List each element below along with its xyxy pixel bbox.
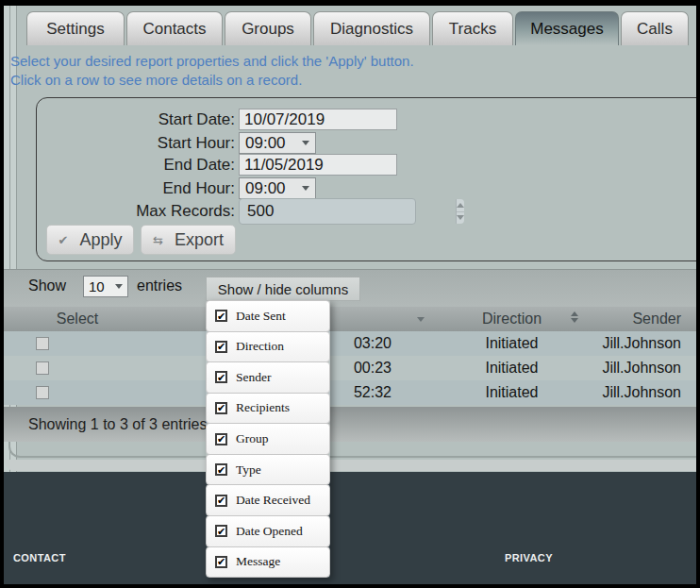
menu-item-label: Date Sent <box>236 309 286 324</box>
cell-direction: Initiated <box>434 356 590 380</box>
start-hour-label: Start Hour: <box>56 134 235 153</box>
export-button[interactable]: ⇆ Export <box>141 225 236 255</box>
cell-sender: Jill.Johnson <box>590 331 696 356</box>
checkbox-checked-icon[interactable]: ✔ <box>215 495 227 507</box>
columns-menu-item-direction[interactable]: ✔ Direction <box>206 331 330 363</box>
end-date-label: End Date: <box>56 156 235 175</box>
site-footer: CONTACT PRIVACY <box>4 472 696 584</box>
menu-item-label: Type <box>236 462 261 478</box>
header-direction[interactable]: Direction <box>434 307 590 331</box>
tab-groups[interactable]: Groups <box>225 11 311 45</box>
columns-menu-item-date-sent[interactable]: ✔ Date Sent <box>206 300 330 332</box>
app-window: Settings Contacts Groups Diagnostics Tra… <box>0 0 700 588</box>
instructions-line2: Click on a row to see more details on a … <box>10 71 414 90</box>
table-row[interactable]: 52:32 Initiated Jill.Johnson <box>4 380 696 405</box>
row-checkbox[interactable] <box>36 386 49 399</box>
chevron-down-icon <box>115 284 123 289</box>
footer-link-privacy[interactable]: PRIVACY <box>505 552 553 563</box>
table-header: Select Direction Sender <box>4 307 696 331</box>
page-size-select[interactable]: 10 <box>83 276 128 297</box>
row-checkbox[interactable] <box>36 337 49 350</box>
header-sender[interactable]: Sender <box>590 307 696 331</box>
checkbox-checked-icon[interactable]: ✔ <box>215 433 227 445</box>
checkbox-checked-icon[interactable]: ✔ <box>215 525 227 537</box>
checkbox-checked-icon[interactable]: ✔ <box>215 556 227 568</box>
arrow-down-icon <box>457 215 464 220</box>
apply-button-label: Apply <box>79 230 122 250</box>
show-hide-columns-button[interactable]: Show / hide columns <box>206 277 360 301</box>
cell-direction: Initiated <box>434 380 590 405</box>
columns-menu-item-date-opened[interactable]: ✔ Date Opened <box>206 515 330 547</box>
start-date-label: Start Date: <box>56 110 235 129</box>
export-arrows-icon: ⇆ <box>153 233 163 247</box>
row-checkbox[interactable] <box>36 361 49 375</box>
spinner-down-button[interactable] <box>457 212 464 225</box>
instructions-line1: Select your desired report properties an… <box>10 52 414 71</box>
cell-direction: Initiated <box>434 331 590 356</box>
end-hour-select[interactable]: 09:00 <box>239 177 316 199</box>
tab-tracks[interactable]: Tracks <box>432 11 513 45</box>
check-icon: ✔ <box>58 233 69 247</box>
spinner-buttons <box>456 199 464 224</box>
start-hour-value: 09:00 <box>245 134 286 153</box>
menu-item-label: Date Opened <box>236 524 303 539</box>
tab-messages[interactable]: Messages <box>515 11 619 45</box>
menu-item-label: Direction <box>236 339 284 354</box>
columns-menu-item-group[interactable]: ✔ Group <box>206 423 330 455</box>
show-label: Show <box>28 277 66 294</box>
instructions: Select your desired report properties an… <box>10 52 414 90</box>
end-hour-label: End Hour: <box>56 179 235 198</box>
columns-menu-item-recipients[interactable]: ✔ Recipients <box>206 393 330 425</box>
footer-link-contact[interactable]: CONTACT <box>13 552 66 563</box>
header-select: Select <box>4 307 151 331</box>
messages-report-page: Settings Contacts Groups Diagnostics Tra… <box>4 6 696 584</box>
header-direction-label: Direction <box>482 311 542 328</box>
columns-menu-item-type[interactable]: ✔ Type <box>206 454 330 486</box>
apply-button[interactable]: ✔ Apply <box>46 225 134 255</box>
menu-item-label: Recipients <box>236 400 290 415</box>
columns-menu-item-message[interactable]: ✔ Message <box>206 546 330 579</box>
checkbox-checked-icon[interactable]: ✔ <box>215 341 227 353</box>
tab-calls[interactable]: Calls <box>621 11 689 45</box>
sort-both-icon <box>571 311 578 323</box>
start-date-input[interactable] <box>239 109 397 130</box>
max-records-input[interactable] <box>240 199 456 224</box>
table-row[interactable]: 03:20 Initiated Jill.Johnson <box>4 331 696 356</box>
columns-menu-item-date-received[interactable]: ✔ Date Received <box>206 484 330 516</box>
checkbox-checked-icon[interactable]: ✔ <box>215 371 227 383</box>
report-properties-form: Start Date: Start Hour: 09:00 End Date: … <box>36 97 696 261</box>
menu-item-label: Sender <box>236 370 272 385</box>
checkbox-checked-icon[interactable]: ✔ <box>215 310 227 322</box>
max-records-stepper <box>239 198 416 225</box>
cell-sender: Jill.Johnson <box>590 380 696 405</box>
menu-item-label: Group <box>236 431 269 446</box>
cell-sender: Jill.Johnson <box>590 356 696 380</box>
panel-bottom-edge <box>8 442 696 458</box>
tab-contacts[interactable]: Contacts <box>126 11 223 45</box>
menu-item-label: Date Received <box>236 493 310 508</box>
columns-menu: ✔ Date Sent ✔ Direction ✔ Sender ✔ Recip… <box>206 300 330 578</box>
chevron-down-icon <box>302 186 309 191</box>
tab-diagnostics[interactable]: Diagnostics <box>313 11 430 45</box>
table-summary: Showing 1 to 3 of 3 entries <box>4 407 696 442</box>
end-hour-value: 09:00 <box>245 179 286 198</box>
chevron-down-icon <box>302 141 309 145</box>
page-size-value: 10 <box>89 278 105 294</box>
checkbox-checked-icon[interactable]: ✔ <box>215 463 227 476</box>
checkbox-checked-icon[interactable]: ✔ <box>215 402 227 414</box>
spinner-up-button[interactable] <box>457 199 464 212</box>
panel-bottom-edge <box>5 460 696 471</box>
end-date-input[interactable] <box>239 154 397 176</box>
tab-settings[interactable]: Settings <box>26 11 125 45</box>
table-row[interactable]: 00:23 Initiated Jill.Johnson <box>4 356 696 380</box>
start-hour-select[interactable]: 09:00 <box>239 132 316 154</box>
max-records-label: Max Records: <box>56 202 235 221</box>
columns-menu-item-sender[interactable]: ✔ Sender <box>206 361 330 394</box>
tab-bar: Settings Contacts Groups Diagnostics Tra… <box>26 11 689 45</box>
menu-item-label: Message <box>236 554 280 569</box>
sort-descending-icon <box>417 317 425 322</box>
arrow-up-icon <box>457 203 464 208</box>
entries-label: entries <box>137 277 182 294</box>
export-button-label: Export <box>175 230 224 250</box>
